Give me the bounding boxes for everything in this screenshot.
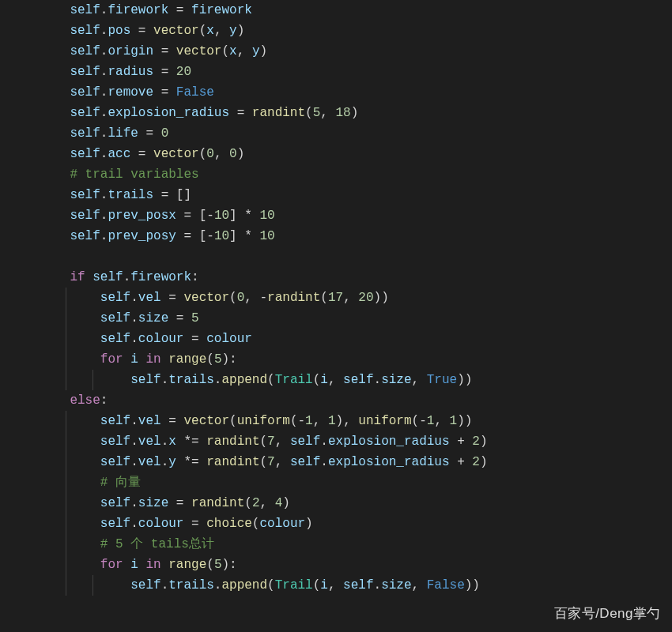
token-var: colour [138, 332, 184, 346]
code-line[interactable]: self.colour = colour [0, 329, 672, 349]
code-line[interactable]: # trail variables [0, 164, 672, 185]
token-punc: . [130, 517, 138, 531]
token-num: 2 [472, 434, 480, 449]
token-num: 4 [275, 496, 283, 510]
token-punc: . [214, 578, 222, 592]
code-line[interactable]: self.origin = vector(x, y) [0, 41, 672, 62]
token-punc: . [320, 455, 328, 469]
token-var: self [100, 332, 130, 346]
indent [40, 496, 100, 510]
token-var: self [70, 229, 100, 243]
indent-guide [66, 555, 66, 575]
token-op: - [259, 291, 267, 305]
code-line[interactable]: for i in range(5): [0, 555, 672, 575]
token-punc: ( [305, 106, 313, 120]
indent [40, 106, 70, 120]
token-func: vector [153, 147, 199, 161]
token-punc: . [214, 373, 222, 387]
code-line[interactable]: # 向量 [0, 472, 672, 493]
code-line[interactable]: self.vel.x *= randint(7, self.explosion_… [0, 431, 672, 452]
code-line[interactable]: # 5 个 tails总计 [0, 534, 672, 555]
token-var: self [100, 517, 130, 531]
token-var: i [320, 373, 328, 387]
code-line[interactable]: self.vel = vector(0, -randint(17, 20)) [0, 288, 672, 308]
token-punc: , [320, 106, 335, 120]
indent [40, 229, 70, 243]
token-var: self [100, 414, 130, 428]
indent [40, 373, 130, 387]
token-var: life [108, 126, 138, 141]
token-punc: . [374, 578, 382, 592]
code-line[interactable]: self.acc = vector(0, 0) [0, 144, 672, 164]
token-num: 10 [214, 229, 229, 243]
code-line[interactable]: for i in range(5): [0, 349, 672, 370]
code-line[interactable]: self.vel.y *= randint(7, self.explosion_… [0, 452, 672, 472]
token-var: acc [108, 147, 130, 161]
token-kw: for [100, 352, 123, 367]
code-line[interactable] [0, 246, 672, 267]
code-line[interactable]: self.life = 0 [0, 123, 672, 144]
token-num: 5 [214, 558, 222, 572]
token-punc: )) [374, 291, 389, 305]
token-func: randint [206, 434, 259, 449]
code-line[interactable]: self.trails = [] [0, 185, 672, 205]
token-punc: . [100, 85, 108, 100]
token-punc: . [130, 311, 138, 325]
token-op: = [130, 24, 153, 38]
code-line[interactable]: self.explosion_radius = randint(5, 18) [0, 103, 672, 123]
token-var: firework [108, 3, 168, 17]
token-num: 20 [358, 291, 373, 305]
code-line[interactable]: self.prev_posy = [-10] * 10 [0, 226, 672, 246]
code-line[interactable]: self.trails.append(Trail(i, self.size, F… [0, 575, 672, 596]
code-line[interactable]: self.vel = vector(uniform(-1, 1), unifor… [0, 411, 672, 431]
token-punc: ( [221, 44, 229, 58]
token-punc: . [130, 455, 138, 469]
token-func: vector [153, 24, 199, 38]
token-op: *= [176, 434, 206, 449]
indent [40, 352, 100, 367]
token-op [123, 352, 131, 367]
token-punc: , [237, 44, 252, 58]
token-punc: , [313, 414, 328, 428]
code-line[interactable]: self.radius = 20 [0, 62, 672, 82]
token-op: = [183, 332, 206, 346]
code-line[interactable]: self.pos = vector(x, y) [0, 21, 672, 41]
code-line[interactable]: self.remove = False [0, 82, 672, 103]
token-punc: , [275, 455, 290, 469]
code-line[interactable]: else: [0, 390, 672, 411]
token-var: self [70, 44, 100, 58]
code-line[interactable]: if self.firework: [0, 267, 672, 288]
token-num: 10 [259, 209, 274, 223]
token-var: prev_posy [108, 229, 176, 243]
token-var: colour [206, 332, 252, 346]
code-line[interactable]: self.colour = choice(colour) [0, 514, 672, 534]
token-num: 1 [427, 414, 435, 428]
code-editor[interactable]: self.firework = firework self.pos = vect… [0, 0, 672, 596]
token-num: 10 [259, 229, 274, 243]
token-op [138, 352, 146, 367]
token-punc: . [100, 3, 108, 17]
indent [40, 476, 100, 490]
token-punc: ] [229, 229, 244, 243]
indent [40, 126, 70, 141]
token-punc: ( [412, 414, 420, 428]
token-punc: . [100, 126, 108, 141]
token-op: = [161, 414, 184, 428]
token-punc: ( [199, 24, 207, 38]
token-punc: , [412, 578, 427, 592]
token-op: = [183, 517, 206, 531]
indent [40, 578, 130, 592]
code-line[interactable]: self.size = 5 [0, 308, 672, 329]
token-func: randint [206, 455, 259, 469]
token-punc: ) [305, 517, 313, 531]
token-func: uniform [358, 414, 411, 428]
token-punc: ) [259, 44, 267, 58]
code-line[interactable]: self.trails.append(Trail(i, self.size, T… [0, 370, 672, 390]
code-line[interactable]: self.size = randint(2, 4) [0, 493, 672, 514]
token-cls: Trail [275, 578, 313, 592]
token-num: 17 [328, 291, 343, 305]
code-line[interactable]: self.firework = firework [0, 0, 672, 21]
token-punc: , [259, 496, 274, 510]
code-line[interactable]: self.prev_posx = [-10] * 10 [0, 205, 672, 226]
indent-guide [66, 575, 66, 596]
